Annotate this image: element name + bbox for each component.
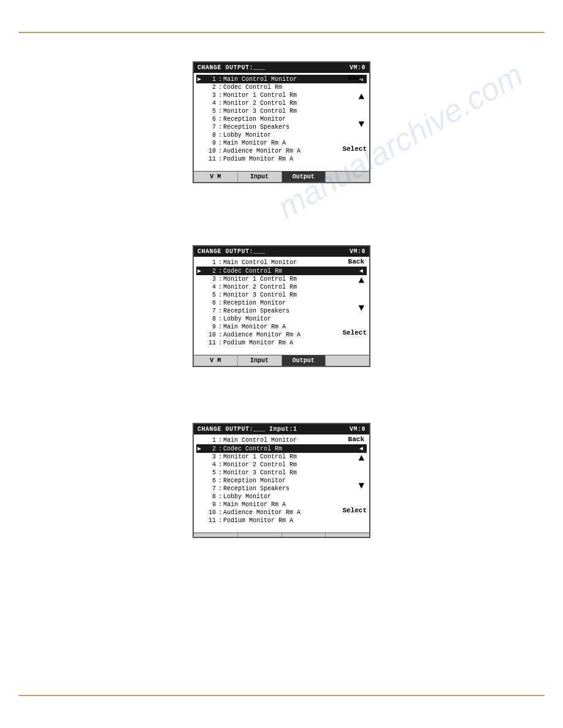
list-item[interactable]: 9 : Main Monitor Rm A xyxy=(196,501,367,509)
list-item[interactable]: 11 : Podium Monitor Rm A xyxy=(196,339,367,347)
list-item[interactable]: 8 : Lobby Monitor xyxy=(196,315,367,323)
panel1-header-left: CHANGE OUTPUT:___ xyxy=(197,64,266,71)
list-item[interactable]: 6 : Reception Monitor xyxy=(196,477,367,485)
list-item[interactable]: 9 : Main Monitor Rm A xyxy=(196,139,367,147)
panel3-toolbar xyxy=(194,533,369,537)
panel2-content: Back ▲ ▼ Select 1 : Main Control Monitor… xyxy=(194,257,369,355)
list-item[interactable]: 3 : Monitor 1 Control Rm xyxy=(196,453,367,461)
panel1-content: Back ▲ ▼ Select ▶ 1 : Main Control Monit… xyxy=(194,73,369,171)
toolbar-input-btn[interactable]: Input xyxy=(238,355,282,366)
list-item[interactable]: 6 : Reception Monitor xyxy=(196,115,367,123)
panel2-header: CHANGE OUTPUT:___ VM:0 xyxy=(194,246,369,257)
panel3-content: Back ▲ ▼ Select 1 : Main Control Monitor… xyxy=(194,434,369,533)
toolbar-btn2 xyxy=(238,533,282,537)
top-decorative-line xyxy=(18,32,545,33)
list-item[interactable]: 6 : Reception Monitor xyxy=(196,299,367,307)
screen-panel-3: CHANGE OUTPUT:___ Input:1 VM:0 Back ▲ ▼ … xyxy=(193,423,370,538)
panel2-select-label: Select xyxy=(342,329,367,336)
list-item[interactable]: 5 : Monitor 3 Control Rm xyxy=(196,469,367,477)
panel1-header: CHANGE OUTPUT:___ VM:0 xyxy=(194,63,369,73)
list-item[interactable]: 8 : Lobby Monitor xyxy=(196,493,367,501)
list-item[interactable]: ▶ 2 : Codec Control Rm ◄ xyxy=(196,267,367,275)
panel1-header-right: VM:0 xyxy=(350,64,366,71)
panel3-header: CHANGE OUTPUT:___ Input:1 VM:0 xyxy=(194,424,369,434)
list-item[interactable]: 1 : Main Control Monitor xyxy=(196,259,367,267)
panel3-select-label: Select xyxy=(342,507,367,514)
list-item[interactable]: ▶ 1 : Main Control Monitor ◄ xyxy=(196,75,367,83)
panel1-toolbar: V M Input Output xyxy=(194,171,369,182)
panel2-back-label: Back xyxy=(348,258,364,265)
list-item[interactable]: 7 : Reception Speakers xyxy=(196,485,367,493)
panel3-back-label: Back xyxy=(348,436,364,443)
list-item[interactable]: 4 : Monitor 2 Control Rm xyxy=(196,461,367,469)
list-item[interactable]: 10 : Audience Monitor Rm A xyxy=(196,509,367,517)
panel1-back-label: Back xyxy=(348,74,364,82)
list-item[interactable]: 11 : Podium Monitor Rm A xyxy=(196,155,367,163)
panel3-header-left: CHANGE OUTPUT:___ Input:1 xyxy=(197,426,297,433)
bottom-decorative-line xyxy=(18,695,545,696)
toolbar-vm-btn[interactable]: V M xyxy=(194,355,238,366)
list-item[interactable]: 4 : Monitor 2 Control Rm xyxy=(196,283,367,291)
list-item[interactable]: 10 : Audience Monitor Rm A xyxy=(196,147,367,155)
toolbar-btn4 xyxy=(326,533,369,537)
panel2-header-left: CHANGE OUTPUT:___ xyxy=(197,248,266,255)
screen-panel-1: CHANGE OUTPUT:___ VM:0 Back ▲ ▼ Select ▶… xyxy=(193,61,370,183)
toolbar-output-btn[interactable]: Output xyxy=(282,355,326,366)
list-item[interactable]: 11 : Podium Monitor Rm A xyxy=(196,517,367,525)
toolbar-btn3 xyxy=(282,533,326,537)
list-item[interactable]: 2 : Codec Control Rm xyxy=(196,83,367,91)
toolbar-empty-btn xyxy=(326,172,369,182)
panel2-arrow-up[interactable]: ▲ xyxy=(358,275,364,286)
list-item[interactable]: 3 : Monitor 1 Control Rm xyxy=(196,91,367,99)
toolbar-input-btn[interactable]: Input xyxy=(238,172,282,182)
list-item[interactable]: 10 : Audience Monitor Rm A xyxy=(196,331,367,339)
list-item[interactable]: 5 : Monitor 3 Control Rm xyxy=(196,107,367,115)
list-item[interactable]: 3 : Monitor 1 Control Rm xyxy=(196,275,367,283)
panel3-arrow-down[interactable]: ▼ xyxy=(358,480,364,491)
panel2-toolbar: V M Input Output xyxy=(194,355,369,366)
panel1-arrow-down[interactable]: ▼ xyxy=(358,119,364,130)
panel1-arrow-up[interactable]: ▲ xyxy=(358,91,364,102)
panel2-header-right: VM:0 xyxy=(350,248,366,255)
screen-panel-2: CHANGE OUTPUT:___ VM:0 Back ▲ ▼ Select 1… xyxy=(193,245,370,367)
list-item[interactable]: 4 : Monitor 2 Control Rm xyxy=(196,99,367,107)
list-item[interactable]: 5 : Monitor 3 Control Rm xyxy=(196,291,367,299)
toolbar-vm-btn[interactable]: V M xyxy=(194,172,238,182)
panel3-header-right: VM:0 xyxy=(350,426,366,433)
panel2-arrow-down[interactable]: ▼ xyxy=(358,303,364,314)
list-item[interactable]: 7 : Reception Speakers xyxy=(196,123,367,131)
panel1-select-label: Select xyxy=(342,145,367,153)
list-item[interactable]: 9 : Main Monitor Rm A xyxy=(196,323,367,331)
list-item[interactable]: 8 : Lobby Monitor xyxy=(196,131,367,139)
toolbar-btn1 xyxy=(194,533,238,537)
list-item[interactable]: ▶ 2 : Codec Control Rm ◄ xyxy=(196,444,367,453)
list-item[interactable]: 7 : Reception Speakers xyxy=(196,307,367,315)
toolbar-output-btn[interactable]: Output xyxy=(282,172,326,182)
toolbar-empty-btn xyxy=(326,355,369,366)
list-item[interactable]: 1 : Main Control Monitor xyxy=(196,436,367,444)
panel3-arrow-up[interactable]: ▲ xyxy=(358,453,364,464)
